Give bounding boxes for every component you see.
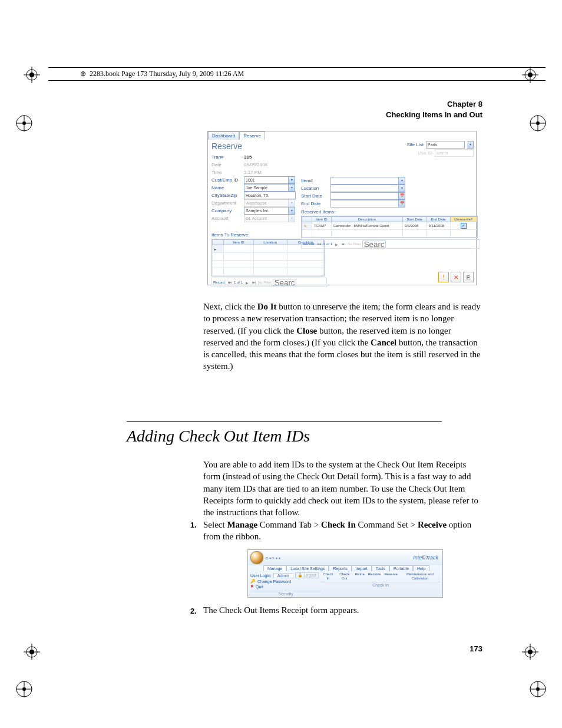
name-input[interactable]: Joe Sample — [244, 184, 289, 192]
account-input: GL Account — [244, 215, 289, 222]
chevron-down-icon[interactable]: ▾ — [467, 141, 474, 149]
body-paragraph-2: You are able to add item IDs to the syst… — [203, 459, 483, 518]
chevron-down-icon[interactable]: ▾ — [289, 184, 295, 192]
company-input[interactable]: Samples Inc. — [244, 207, 289, 215]
col-description[interactable]: Description — [331, 217, 402, 222]
item-no-input[interactable] — [330, 177, 399, 185]
cmd-reserve[interactable]: Reserve — [383, 572, 398, 580]
cancel-term: Cancel — [371, 338, 396, 347]
calendar-icon[interactable]: 📅 — [399, 200, 405, 207]
office-orb-icon[interactable] — [250, 551, 263, 564]
chevron-down-icon[interactable]: ▾ — [399, 185, 405, 192]
unreserve-checkbox[interactable]: ✔ — [461, 223, 467, 229]
search-input[interactable] — [362, 241, 386, 248]
cell-start-date: 9/9/2008 — [402, 222, 427, 230]
filter-label: No Filter — [348, 242, 361, 246]
cmd-check-in[interactable]: Check In — [321, 572, 335, 580]
change-password-button[interactable]: 🔑 Change Password — [250, 579, 321, 584]
tab-tools[interactable]: Tools — [372, 565, 389, 571]
tab-reserve[interactable]: Reserve — [239, 131, 265, 140]
section-divider — [127, 421, 442, 422]
filter-label: No Filter — [258, 281, 272, 284]
col-start-date[interactable]: Start Date — [402, 217, 427, 222]
figure-ribbon: ⟲ ▾ ⟳ ▾ ▾ IntelliTrack Manage Local Site… — [247, 549, 443, 598]
name-label: Name — [211, 185, 244, 190]
logout-button[interactable]: 🔒 Logout — [295, 572, 319, 578]
csz-label: CityStateZip — [211, 193, 244, 198]
cmd-retire[interactable]: Retire — [354, 572, 366, 580]
book-header-text: 2283.book Page 173 Thursday, July 9, 200… — [90, 70, 244, 78]
col-unreserve[interactable]: Unreserve? — [450, 217, 477, 222]
end-date-label: End Date — [301, 201, 330, 206]
reserved-items-heading: Reserved Items: — [301, 209, 466, 215]
tab-portable[interactable]: Portable — [389, 565, 413, 571]
app-title: IntelliTrack — [413, 555, 441, 561]
col-item-id[interactable]: Item ID — [312, 217, 332, 222]
cust-emp-id-input[interactable]: 1001 — [244, 176, 289, 184]
search-input[interactable] — [273, 279, 296, 286]
reserved-items-grid[interactable]: Item ID Description Start Date End Date … — [301, 216, 478, 238]
usa-id-field: admin — [435, 149, 474, 157]
location-input[interactable] — [330, 185, 399, 192]
chevron-down-icon[interactable]: ▾ — [399, 177, 405, 185]
doit-term: Do It — [257, 302, 277, 311]
figure-reserve-form: Dashboard Reserve Reserve Site List Pari… — [207, 131, 477, 285]
chevron-down-icon: ▾ — [289, 215, 295, 222]
tab-reports[interactable]: Reports — [329, 565, 352, 571]
cancel-button[interactable]: ⎘ — [463, 272, 474, 282]
crop-mark-icon — [24, 644, 40, 660]
page-number: 173 — [470, 644, 482, 653]
tran-no-label: Tran# — [211, 154, 244, 160]
nav-first-icon[interactable]: ⏮ — [316, 242, 322, 246]
start-date-input[interactable] — [330, 192, 399, 200]
nav-next-icon[interactable]: ▶ — [333, 242, 339, 246]
csz-input[interactable]: Houston, TX — [244, 192, 296, 199]
cmd-receive[interactable]: Receive — [367, 572, 382, 580]
tab-dashboard[interactable]: Dashboard — [208, 131, 239, 140]
item-no-label: Item# — [301, 178, 330, 183]
items-to-reserve-heading: Items To Reserve: — [211, 232, 300, 238]
col-location[interactable]: Location — [253, 240, 287, 245]
chevron-down-icon[interactable]: ▾ — [289, 176, 295, 184]
cmd-check-out[interactable]: Check Out — [336, 572, 353, 580]
cmd-maintenance[interactable]: Maintenance and Calibration — [400, 572, 440, 580]
tab-help[interactable]: Help — [413, 565, 429, 571]
nav-last-icon[interactable]: ⏭ — [340, 242, 346, 246]
receive-term: Receive — [418, 520, 447, 529]
tab-local-site-settings[interactable]: Local Site Settings — [286, 565, 329, 571]
record-position: 1 of 1 — [323, 242, 332, 246]
record-navigator[interactable]: Record: ⏮ 1 of 1 ▶ ⏭ No Filter — [301, 239, 480, 249]
date-value: 09/09/2008 — [244, 162, 267, 167]
running-head: Chapter 8 Checking Items In and Out — [386, 99, 482, 120]
tab-manage[interactable]: Manage — [263, 565, 286, 571]
crop-mark-icon — [16, 681, 32, 697]
company-label: Company — [211, 208, 244, 213]
record-label: Record: — [213, 281, 226, 284]
table-row[interactable]: ✎ TCAM7 Camcorder - 8MM w/Remote Contrl … — [302, 222, 477, 230]
tab-import[interactable]: Import — [352, 565, 372, 571]
end-date-input[interactable] — [330, 200, 399, 207]
calendar-icon[interactable]: 📅 — [399, 192, 405, 200]
close-button[interactable]: ✕ — [451, 272, 461, 282]
dept-input: Warehouse — [244, 199, 289, 207]
col-item-id[interactable]: Item ID — [224, 240, 254, 245]
checkin-term: Check In — [321, 520, 356, 529]
chapter-title: Checking Items In and Out — [386, 110, 482, 120]
col-end-date[interactable]: End Date — [427, 217, 450, 222]
user-login-value[interactable]: Admin — [273, 573, 293, 578]
nav-first-icon[interactable]: ⏮ — [227, 281, 233, 284]
quit-button[interactable]: ✖ Quit — [250, 584, 321, 589]
step-1: 1. Select Manage Command Tab > Check In … — [203, 519, 483, 543]
table-row[interactable] — [302, 230, 477, 238]
doit-button[interactable]: ! — [438, 272, 449, 282]
body-paragraph-1: Next, click the Do It button to unreserv… — [203, 301, 483, 373]
nav-last-icon[interactable]: ⏭ — [251, 281, 257, 284]
time-label: Time — [211, 170, 244, 175]
cell-end-date: 9/11/2008 — [427, 222, 450, 230]
cell-item-id: TCAM7 — [312, 222, 332, 230]
chevron-down-icon: ▾ — [289, 199, 295, 207]
dept-label: Department — [211, 200, 244, 206]
site-list-select[interactable]: Paris — [426, 141, 465, 149]
chevron-down-icon[interactable]: ▾ — [289, 207, 295, 215]
nav-next-icon[interactable]: ▶ — [244, 281, 250, 285]
